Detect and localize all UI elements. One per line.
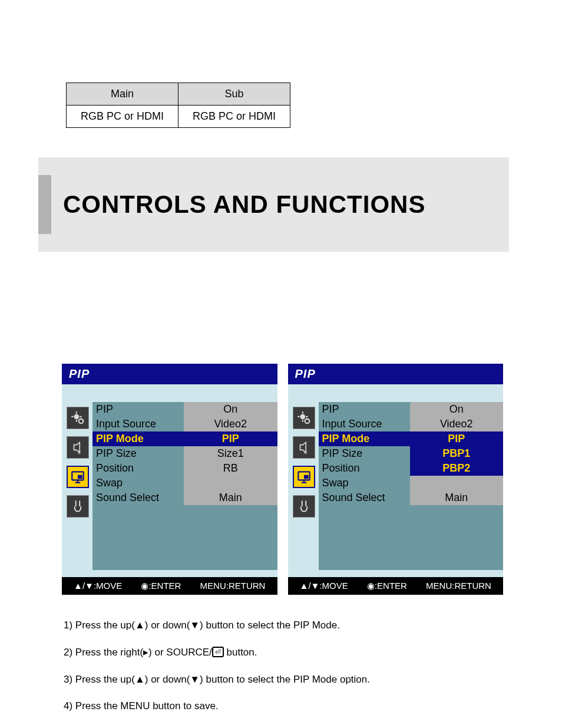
menu-value: Size1 (184, 446, 277, 461)
menu-label: PIP Mode (319, 431, 410, 446)
menu-label: Position (92, 461, 184, 476)
svg-text:o: o (304, 449, 307, 455)
section-heading: CONTROLS AND FUNCTIONS (63, 190, 425, 219)
menu-value: On (410, 402, 504, 417)
menu-value: PBP2 (410, 461, 504, 476)
table-cell-main: RGB PC or HDMI (67, 106, 178, 128)
svg-point-16 (305, 419, 309, 424)
menu-row-pip-size[interactable]: PIP Size PBP1 (319, 446, 504, 461)
footer-return: MENU:RETURN (426, 581, 491, 591)
pip-icon[interactable] (67, 466, 89, 488)
menu-label: PIP Size (319, 446, 410, 461)
footer-move: ▲/▼:MOVE (74, 581, 122, 591)
menu-row-swap[interactable]: Swap (92, 476, 277, 490)
osd-menu: PIP On Input Source Video2 PIP Mode PIP … (92, 402, 277, 570)
osd-title: PIP (62, 364, 277, 384)
table-head-main: Main (67, 83, 178, 106)
osd-title: PIP (288, 364, 504, 384)
menu-value: Video2 (410, 417, 504, 431)
menu-label: PIP Mode (92, 431, 184, 446)
menu-row-sound-select[interactable]: Sound Select Main (92, 490, 277, 505)
section-heading-band: CONTROLS AND FUNCTIONS (38, 157, 509, 252)
menu-value: RB (184, 461, 277, 476)
footer-enter: ◉:ENTER (141, 581, 181, 591)
brightness-icon[interactable] (293, 407, 315, 429)
source-table: Main Sub RGB PC or HDMI RGB PC or HDMI (66, 83, 290, 128)
enter-icon: ⏎ (212, 647, 224, 657)
osd-sidebar: o (288, 402, 319, 570)
menu-row-pip-size[interactable]: PIP Size Size1 (92, 446, 277, 461)
svg-point-0 (74, 414, 80, 420)
menu-label: Swap (92, 476, 184, 490)
instruction-step-4: 4) Press the MENU button to save. (64, 699, 503, 713)
menu-row-input-source[interactable]: Input Source Video2 (319, 417, 504, 431)
menu-label: PIP (92, 402, 184, 417)
table-head-sub: Sub (178, 83, 290, 106)
brightness-icon[interactable] (67, 407, 89, 429)
svg-point-11 (300, 414, 305, 420)
menu-label: Position (319, 461, 410, 476)
osd-menu: PIP On Input Source Video2 PIP Mode PIP … (319, 402, 504, 570)
footer-return: MENU:RETURN (200, 581, 266, 591)
instruction-step-1: 1) Press the up(▲) or down(▼) button to … (64, 618, 503, 633)
table-cell-sub: RGB PC or HDMI (178, 106, 290, 128)
pip-icon[interactable] (293, 466, 315, 488)
menu-value: On (184, 402, 277, 417)
menu-value: PIP (410, 431, 504, 446)
footer-enter: ◉:ENTER (367, 581, 407, 591)
menu-label: PIP (319, 402, 410, 417)
menu-value: Video2 (184, 417, 277, 431)
menu-label: Sound Select (92, 490, 184, 505)
menu-row-pip[interactable]: PIP On (319, 402, 504, 417)
menu-row-sound-select[interactable]: Sound Select Main (319, 490, 504, 505)
menu-value: Main (184, 490, 277, 505)
menu-label: Sound Select (319, 490, 410, 505)
menu-value (410, 476, 504, 490)
menu-row-position[interactable]: Position RB (92, 461, 277, 476)
svg-rect-19 (304, 475, 309, 479)
setup-icon[interactable] (293, 495, 315, 518)
instruction-step-2: 2) Press the right(▸) or SOURCE/⏎ button… (64, 645, 503, 660)
menu-row-pip-mode[interactable]: PIP Mode PIP (92, 431, 277, 446)
menu-label: Swap (319, 476, 410, 490)
menu-value: PIP (184, 431, 277, 446)
menu-row-position[interactable]: Position PBP2 (319, 461, 504, 476)
menu-row-pip-mode[interactable]: PIP Mode PIP (319, 431, 504, 446)
menu-value (184, 476, 277, 490)
footer-move: ▲/▼:MOVE (300, 581, 348, 591)
menu-label: PIP Size (92, 446, 184, 461)
menu-row-input-source[interactable]: Input Source Video2 (92, 417, 277, 431)
osd-panel-left: PIP o (62, 364, 277, 595)
menu-label: Input Source (92, 417, 184, 431)
svg-text:o: o (78, 449, 81, 455)
svg-rect-8 (78, 475, 82, 479)
setup-icon[interactable] (67, 495, 89, 518)
menu-row-swap[interactable]: Swap (319, 476, 504, 490)
instruction-step-3: 3) Press the up(▲) or down(▼) button to … (64, 673, 503, 687)
instructions-block: 1) Press the up(▲) or down(▼) button to … (64, 618, 503, 713)
menu-label: Input Source (319, 417, 410, 431)
osd-sidebar: o (62, 402, 92, 570)
audio-icon[interactable]: o (67, 436, 89, 459)
osd-footer: ▲/▼:MOVE ◉:ENTER MENU:RETURN (62, 577, 277, 595)
menu-value: Main (410, 490, 504, 505)
osd-panel-right: PIP o (288, 364, 504, 595)
svg-point-5 (79, 419, 84, 424)
menu-row-pip[interactable]: PIP On (92, 402, 277, 417)
heading-accent-bar (38, 175, 51, 234)
osd-footer: ▲/▼:MOVE ◉:ENTER MENU:RETURN (288, 577, 504, 595)
menu-value: PBP1 (410, 446, 504, 461)
audio-icon[interactable]: o (293, 436, 315, 459)
